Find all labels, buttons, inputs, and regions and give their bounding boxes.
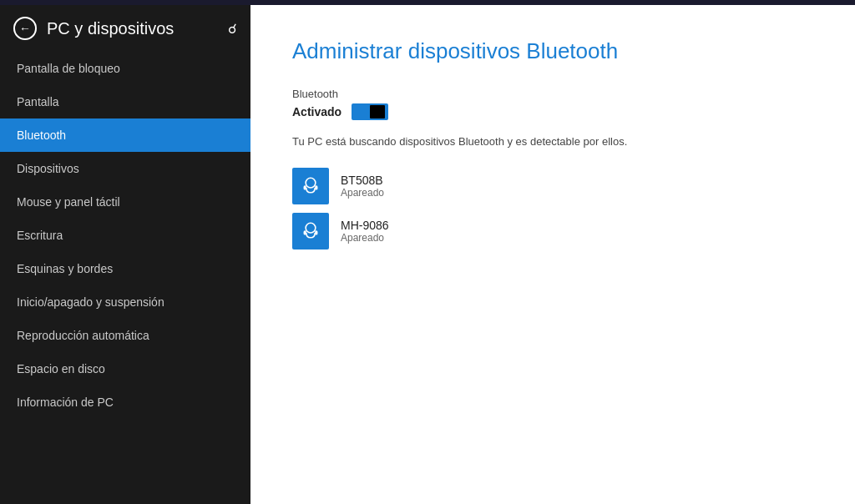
sidebar-item-inicio[interactable]: Inicio/apagado y suspensión	[0, 285, 250, 319]
device-status-mh9086: Apareado	[341, 232, 389, 244]
content-title: Administrar dispositivos Bluetooth	[292, 38, 813, 64]
sidebar-item-bluetooth[interactable]: Bluetooth	[0, 118, 250, 152]
sidebar-nav: Pantalla de bloqueoPantallaBluetoothDisp…	[0, 52, 250, 504]
scanning-text: Tu PC está buscando dispositivos Bluetoo…	[292, 135, 813, 148]
sidebar-item-info[interactable]: Información de PC	[0, 386, 250, 419]
device-name-bt508b: BT508B	[341, 174, 384, 187]
device-icon-mh9086	[292, 213, 329, 249]
sidebar-item-mouse[interactable]: Mouse y panel táctil	[0, 185, 250, 219]
device-info-mh9086: MH-9086Apareado	[341, 219, 389, 244]
sidebar-item-pantalla[interactable]: Pantalla	[0, 85, 250, 118]
device-icon-bt508b	[292, 168, 329, 204]
sidebar-item-esquinas[interactable]: Esquinas y bordes	[0, 252, 250, 285]
device-info-bt508b: BT508BApareado	[341, 174, 384, 199]
search-icon[interactable]: ☌	[228, 21, 237, 37]
device-item-bt508b[interactable]: BT508BApareado	[292, 168, 813, 204]
main-layout: ← PC y dispositivos ☌ Pantalla de bloque…	[0, 5, 855, 504]
sidebar-title: PC y dispositivos	[47, 19, 218, 38]
bluetooth-toggle[interactable]	[352, 103, 388, 120]
device-name-mh9086: MH-9086	[341, 219, 389, 232]
activated-label: Activado	[292, 105, 341, 118]
sidebar-item-dispositivos[interactable]: Dispositivos	[0, 152, 250, 185]
bluetooth-status-row: Activado	[292, 103, 813, 120]
sidebar-header: ← PC y dispositivos ☌	[0, 5, 250, 52]
toggle-knob	[370, 105, 385, 118]
sidebar-item-reproduccion[interactable]: Reproducción automática	[0, 319, 250, 352]
back-icon: ←	[19, 22, 31, 35]
svg-point-0	[306, 178, 316, 188]
device-item-mh9086[interactable]: MH-9086Apareado	[292, 213, 813, 249]
device-status-bt508b: Apareado	[341, 187, 384, 199]
sidebar-item-espacio[interactable]: Espacio en disco	[0, 352, 250, 386]
back-button[interactable]: ←	[13, 17, 37, 40]
sidebar: ← PC y dispositivos ☌ Pantalla de bloque…	[0, 5, 250, 504]
svg-point-3	[306, 223, 316, 233]
device-list: BT508BApareado MH-9086Apareado	[292, 168, 813, 249]
content-area: Administrar dispositivos Bluetooth Bluet…	[250, 5, 855, 504]
sidebar-item-pantalla-bloqueo[interactable]: Pantalla de bloqueo	[0, 52, 250, 85]
bluetooth-section-label: Bluetooth	[292, 88, 813, 100]
bluetooth-section: Bluetooth Activado Tu PC está buscando d…	[292, 88, 813, 148]
sidebar-item-escritura[interactable]: Escritura	[0, 219, 250, 252]
